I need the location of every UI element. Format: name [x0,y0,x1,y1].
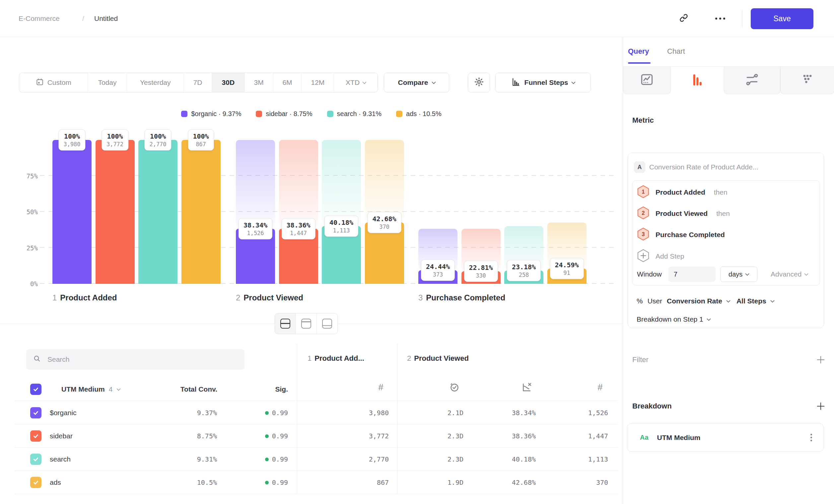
hash-icon[interactable]: # [593,381,607,394]
step-axis-label-1: 1Product Added [52,293,117,302]
total-conv-label: Total Conv. [180,385,217,393]
conversion-rate-icon[interactable] [520,381,533,394]
table-row-sidebar[interactable]: sidebar8.75%0.993,7722.3D38.36%1,447 [15,425,618,448]
add-step-button[interactable]: Add Step [637,249,684,264]
range-label: XTD [346,78,359,87]
report-type-retention[interactable] [780,67,834,94]
table-step-2-header: 2Product Viewed [407,354,469,363]
advanced-label: Advanced [771,270,802,278]
date-range-7d[interactable]: 7D [184,73,212,92]
breakdown-on-step-dropdown[interactable]: Breakdown on Step 1 [637,314,710,325]
date-range-control: CustomTodayYesterday7D30D3M6M12MXTD [19,73,378,92]
chart-type-selector[interactable]: Funnel Steps [495,73,591,92]
insights-icon [640,72,654,88]
breadcrumb-separator: / [82,0,84,37]
checkbox-checked-icon[interactable] [30,384,42,395]
bar-sidebar-step1[interactable] [95,140,135,284]
chart-settings-button[interactable] [468,73,490,92]
layout-split-horizontal-button[interactable] [275,313,296,334]
layout-panel-bottom-button[interactable] [317,313,337,334]
breakdown-column-header[interactable]: UTM Medium 4 [61,378,120,400]
row-checkbox-checked[interactable] [30,407,42,418]
layout-toggle-group [275,313,338,334]
funnel-icon [690,73,705,89]
date-range-xtd[interactable]: XTD [334,73,377,92]
gear-icon [474,76,484,89]
legend-item-ads[interactable]: ads · 10.5% [396,110,442,118]
y-axis-tick: 75% [10,173,38,180]
window-unit-select[interactable]: days [720,267,758,282]
time-to-convert-icon[interactable] [448,381,461,394]
date-range-3m[interactable]: 3M [245,73,273,92]
bar-ads-step1[interactable] [181,140,221,284]
tab-chart[interactable]: Chart [667,47,685,56]
hash-icon[interactable]: # [374,381,388,394]
retention-icon [800,72,815,88]
legend-item-organic[interactable]: $organic · 9.37% [181,110,241,118]
breadcrumb-report-title[interactable]: Untitled [94,0,118,37]
date-range-custom[interactable]: Custom [19,73,88,92]
date-range-today[interactable]: Today [88,73,127,92]
breakdown-section-row: Breakdown [632,399,825,413]
step1-count-value: 3,772 [323,425,389,448]
bar-value-label-search-step3: 23.18%258 [507,260,541,281]
report-type-insights[interactable] [623,67,671,94]
compare-label: Compare [398,78,428,87]
table-row-ads[interactable]: ads10.5%0.998671.9D42.68%370 [15,471,618,494]
window-value-input[interactable] [668,267,716,282]
layout-panel-top-button[interactable] [296,313,317,334]
bar-organic-step1[interactable] [52,140,92,284]
date-range-6m[interactable]: 6M [273,73,302,92]
step1-count-value: 2,770 [323,448,389,471]
chevron-down-icon [770,298,775,303]
table-row-organic[interactable]: $organic9.37%0.993,9802.1D38.34%1,526 [15,401,618,425]
table-row-search[interactable]: search9.31%0.992,7702.3D40.18%1,113 [15,448,618,471]
range-label: Yesterday [140,78,171,87]
measure-scope-dropdown[interactable]: All Steps [737,297,766,305]
funnel-bar-chart: 100%3,98038.34%1,52624.44%373100%3,77238… [40,140,616,284]
bar-search-step1[interactable] [138,140,177,284]
add-step-label: Add Step [656,252,684,260]
measure-entity-dropdown[interactable]: User [648,297,662,305]
kebab-menu-icon[interactable] [809,432,814,443]
query-step-1[interactable]: 1Product Addedthen [637,185,727,200]
metric-title[interactable]: Conversion Rate of Product Adde... [649,161,759,173]
step2-count-value: 1,526 [542,401,608,425]
date-range-12m[interactable]: 12M [302,73,334,92]
legend-item-search[interactable]: search · 9.31% [327,110,382,118]
legend-item-sidebar[interactable]: sidebar · 8.75% [256,110,312,118]
copy-link-button[interactable] [676,10,692,27]
range-label: 7D [193,78,202,87]
row-checkbox-checked[interactable] [30,477,42,488]
tab-query[interactable]: Query [628,47,649,56]
compare-button[interactable]: Compare [384,73,449,92]
advanced-toggle[interactable]: Advanced [771,270,808,278]
add-breakdown-button[interactable] [816,402,825,411]
query-step-2[interactable]: 2Product Viewedthen [637,206,730,221]
bar-value-label-sidebar-step3: 22.81%330 [464,260,498,282]
report-type-funnels-active[interactable] [671,67,724,94]
total-conversion-column-header[interactable]: Total Conv. [151,378,217,400]
date-range-30d[interactable]: 30D [212,73,245,92]
row-checkbox-checked[interactable] [30,454,42,465]
date-range-yesterday[interactable]: Yesterday [127,73,184,92]
row-checkbox-checked[interactable] [30,430,42,442]
more-menu-button[interactable] [712,10,728,27]
search-input[interactable] [47,355,238,364]
metric-section-heading: Metric [632,116,654,125]
significance-dot-icon [265,458,269,461]
measure-prefix: % [637,297,643,305]
step-number-hexagon-icon: 2 [637,206,650,221]
breakdown-item-utm-medium[interactable]: Aa UTM Medium [627,423,824,452]
query-step-3[interactable]: 3Purchase Completed [637,227,725,242]
metric-card: A Conversion Rate of Product Adde... Add… [628,153,824,328]
save-button[interactable]: Save [751,8,813,29]
measurement-row: % User Conversion Rate All Steps [637,295,774,307]
report-type-flows[interactable] [724,67,780,94]
measure-metric-dropdown[interactable]: Conversion Rate [667,297,722,305]
add-filter-button[interactable] [816,356,825,364]
significance-column-header[interactable]: Sig. [222,378,288,400]
select-all-checkbox[interactable] [30,378,42,400]
breadcrumb-project[interactable]: E-Commerce [19,0,60,37]
step-label: Product Viewed [414,354,469,362]
